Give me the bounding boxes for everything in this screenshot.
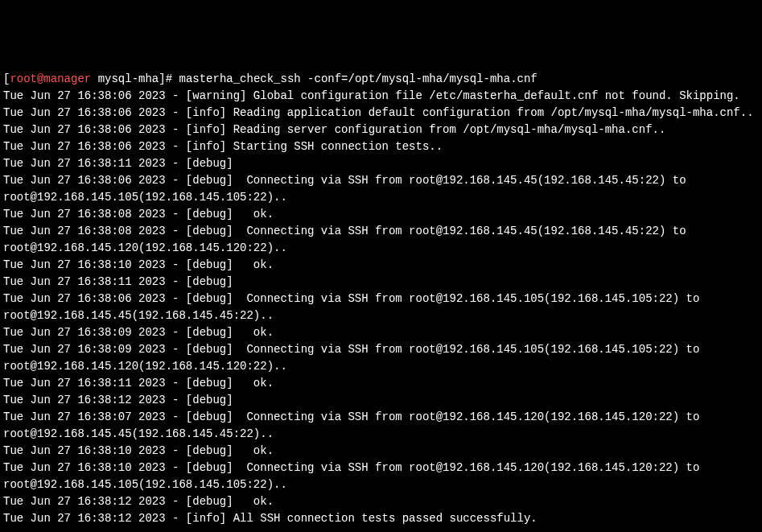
output-line: Tue Jun 27 16:38:06 2023 - [debug] Conne… (3, 291, 759, 324)
output-line: Tue Jun 27 16:38:10 2023 - [debug] ok. (3, 443, 759, 460)
output-line: Tue Jun 27 16:38:12 2023 - [debug] ok. (3, 493, 759, 510)
output-line: Tue Jun 27 16:38:06 2023 - [info] Readin… (3, 105, 759, 122)
output-line: Tue Jun 27 16:38:07 2023 - [debug] Conne… (3, 409, 759, 443)
output-line: Tue Jun 27 16:38:06 2023 - [warning] Glo… (3, 88, 759, 105)
command-text: masterha_check_ssh -conf=/opt/mysql-mha/… (172, 72, 538, 85)
prompt-close-bracket: ]# (159, 72, 172, 85)
output-line: Tue Jun 27 16:38:09 2023 - [debug] ok. (3, 324, 759, 341)
terminal-output[interactable]: [root@manager mysql-mha]# masterha_check… (3, 71, 759, 527)
output-line: Tue Jun 27 16:38:12 2023 - [debug] (3, 392, 759, 409)
prompt-line: [root@manager mysql-mha]# masterha_check… (3, 71, 759, 88)
prompt-path: mysql-mha (98, 72, 159, 85)
output-line: Tue Jun 27 16:38:12 2023 - [info] All SS… (3, 510, 759, 527)
output-line: Tue Jun 27 16:38:11 2023 - [debug] ok. (3, 375, 759, 392)
output-line: Tue Jun 27 16:38:09 2023 - [debug] Conne… (3, 341, 759, 375)
output-line: Tue Jun 27 16:38:08 2023 - [debug] Conne… (3, 223, 759, 257)
output-line: Tue Jun 27 16:38:11 2023 - [debug] (3, 274, 759, 291)
output-line: Tue Jun 27 16:38:10 2023 - [debug] Conne… (3, 460, 759, 493)
output-line: Tue Jun 27 16:38:11 2023 - [debug] (3, 155, 759, 172)
output-line: Tue Jun 27 16:38:06 2023 - [info] Starti… (3, 138, 759, 155)
output-line: Tue Jun 27 16:38:06 2023 - [debug] Conne… (3, 172, 759, 206)
output-line: Tue Jun 27 16:38:10 2023 - [debug] ok. (3, 257, 759, 274)
output-line: Tue Jun 27 16:38:08 2023 - [debug] ok. (3, 206, 759, 223)
output-line: Tue Jun 27 16:38:06 2023 - [info] Readin… (3, 122, 759, 138)
prompt-user-host: root@manager (10, 72, 91, 85)
